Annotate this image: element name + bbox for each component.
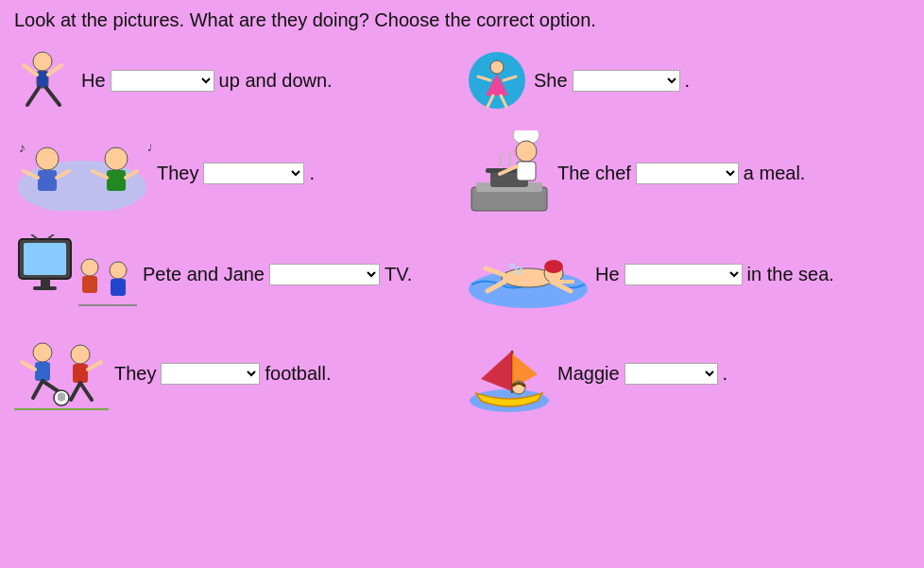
football-select[interactable]: play is playing are playing plays <box>161 363 260 385</box>
svg-rect-31 <box>517 162 536 181</box>
image-spin <box>467 50 528 112</box>
sail-suffix: . <box>723 363 728 385</box>
chef-select[interactable]: cooks is cooking are cooking cook <box>636 163 739 184</box>
svg-rect-15 <box>38 170 57 191</box>
svg-rect-40 <box>82 276 97 293</box>
swim-select[interactable]: swims is swimming are swimming swim <box>625 264 743 285</box>
svg-rect-42 <box>111 279 126 296</box>
svg-point-13 <box>18 161 146 211</box>
chef-prefix: The chef <box>557 163 631 184</box>
svg-point-0 <box>33 52 52 71</box>
item-chef-text: The chef cooks is cooking are cooking co… <box>557 163 805 184</box>
item-football: They play is playing are playing plays f… <box>14 334 457 414</box>
football-suffix: football. <box>265 363 331 385</box>
sail-select[interactable]: sails is sailing are sailing sail <box>625 363 718 385</box>
argue-suffix: . <box>309 163 315 184</box>
svg-marker-68 <box>481 351 512 391</box>
svg-line-63 <box>80 383 92 400</box>
image-argue: ♪ ♫ <box>14 135 151 211</box>
svg-point-20 <box>105 147 128 170</box>
image-jump <box>14 50 76 112</box>
sail-prefix: Maggie <box>557 363 620 385</box>
item-sail-text: Maggie sails is sailing are sailing sail… <box>557 363 727 385</box>
chef-suffix: a meal. <box>744 163 806 184</box>
svg-point-55 <box>33 343 52 362</box>
tv-select[interactable]: watch is watching are watching watches <box>269 264 380 285</box>
svg-line-57 <box>33 381 43 398</box>
item-football-text: They play is playing are playing plays f… <box>114 363 332 385</box>
svg-point-7 <box>490 60 504 74</box>
svg-rect-34 <box>24 243 66 275</box>
svg-point-60 <box>71 345 90 364</box>
image-football <box>14 334 109 414</box>
jump-prefix: He <box>81 70 106 92</box>
item-jump: He jumps is jumping are jumping jump up … <box>14 50 457 112</box>
item-argue-text: They argue is arguing are arguing argues… <box>157 163 315 184</box>
image-tv <box>14 234 137 315</box>
item-spin: She spins is spinning are spinning spin … <box>467 50 910 112</box>
svg-point-53 <box>510 264 514 267</box>
image-chef <box>467 130 552 215</box>
argue-prefix: They <box>157 163 198 184</box>
svg-rect-21 <box>107 170 126 191</box>
svg-line-58 <box>43 381 60 392</box>
instruction-text: Look at the pictures. What are they doin… <box>14 9 910 31</box>
tv-suffix: TV. <box>385 264 412 285</box>
exercise-grid: He jumps is jumping are jumping jump up … <box>14 50 910 414</box>
spin-suffix: . <box>685 70 691 92</box>
svg-line-48 <box>486 268 505 275</box>
svg-point-41 <box>110 262 127 279</box>
svg-rect-1 <box>37 71 48 88</box>
jump-select[interactable]: jumps is jumping are jumping jump <box>111 70 214 92</box>
football-prefix: They <box>114 363 156 385</box>
svg-line-5 <box>46 88 60 105</box>
svg-point-39 <box>81 259 98 276</box>
item-swim: He swims is swimming are swimming swim i… <box>467 234 910 315</box>
argue-select[interactable]: argue is arguing are arguing argues <box>203 163 304 184</box>
item-tv-text: Pete and Jane watch is watching are watc… <box>143 264 412 285</box>
image-sail <box>467 336 552 412</box>
item-tv: Pete and Jane watch is watching are watc… <box>14 234 457 315</box>
item-jump-text: He jumps is jumping are jumping jump up … <box>81 70 333 92</box>
svg-point-30 <box>516 141 537 162</box>
svg-rect-56 <box>35 362 50 381</box>
svg-point-47 <box>544 260 563 273</box>
image-swim <box>467 242 590 308</box>
svg-rect-61 <box>73 364 88 383</box>
item-argue: ♪ ♫ They argue is arguing are arguing ar… <box>14 130 457 215</box>
swim-prefix: He <box>595 264 620 285</box>
svg-line-62 <box>71 383 80 400</box>
svg-point-14 <box>36 147 59 170</box>
jump-suffix: up and down. <box>219 70 333 92</box>
svg-text:♫: ♫ <box>146 140 151 155</box>
item-chef: The chef cooks is cooking are cooking co… <box>467 130 910 215</box>
svg-text:♪: ♪ <box>19 140 26 155</box>
svg-line-64 <box>88 362 101 370</box>
tv-prefix: Pete and Jane <box>143 264 265 285</box>
swim-suffix: in the sea. <box>747 264 834 285</box>
item-sail: Maggie sails is sailing are sailing sail… <box>467 334 910 414</box>
spin-prefix: She <box>534 70 568 92</box>
svg-line-4 <box>27 88 39 105</box>
item-swim-text: He swims is swimming are swimming swim i… <box>595 264 834 285</box>
svg-rect-35 <box>41 279 50 286</box>
svg-rect-36 <box>33 286 57 290</box>
spin-select[interactable]: spins is spinning are spinning spin <box>573 70 680 92</box>
item-spin-text: She spins is spinning are spinning spin … <box>534 70 690 92</box>
svg-line-59 <box>22 362 35 370</box>
